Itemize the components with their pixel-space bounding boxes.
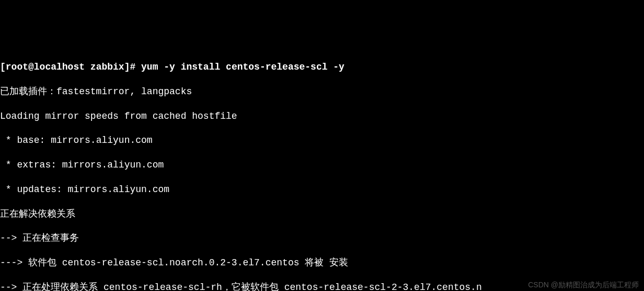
terminal-output[interactable]: [root@localhost zabbix]# yum -y install … bbox=[0, 49, 644, 291]
command-input: yum -y install centos-release-scl -y bbox=[141, 62, 344, 72]
output-line: --> 正在检查事务 bbox=[0, 232, 644, 244]
output-line: * base: mirrors.aliyun.com bbox=[0, 135, 644, 147]
output-line: Loading mirror speeds from cached hostfi… bbox=[0, 110, 644, 122]
output-line: 已加载插件：fastestmirror, langpacks bbox=[0, 86, 644, 98]
output-line: 正在解决依赖关系 bbox=[0, 208, 644, 220]
output-line: * extras: mirrors.aliyun.com bbox=[0, 159, 644, 171]
watermark-text: CSDN @励精图治成为后端工程师 bbox=[528, 280, 639, 289]
output-line: * updates: mirrors.aliyun.com bbox=[0, 184, 644, 196]
shell-prompt: [root@localhost zabbix]# bbox=[0, 62, 141, 72]
output-line: ---> 软件包 centos-release-scl.noarch.0.2-3… bbox=[0, 257, 644, 269]
